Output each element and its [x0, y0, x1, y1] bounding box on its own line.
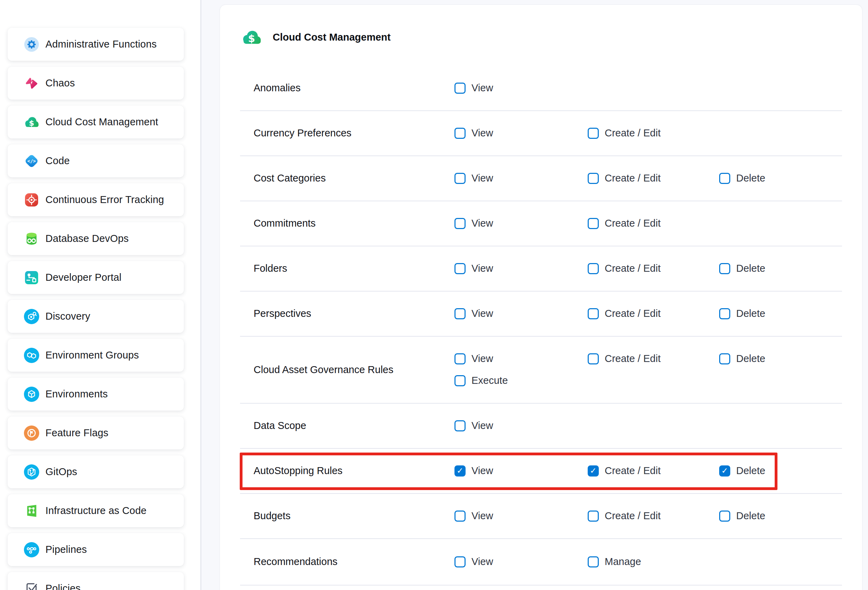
checkbox-box: [588, 128, 599, 139]
permission-name: Anomalies: [240, 82, 455, 94]
sidebar-item-policies[interactable]: Policies: [7, 572, 184, 590]
checkbox-view[interactable]: View: [455, 308, 493, 319]
permission-name: Folders: [240, 263, 455, 274]
checkbox-view[interactable]: View: [455, 465, 493, 476]
checkbox-create-edit[interactable]: Create / Edit: [588, 217, 661, 229]
checkbox-box: [455, 83, 466, 94]
sidebar-item-gitops[interactable]: GitOps: [7, 455, 184, 488]
gear-icon: [24, 37, 39, 52]
checkbox-box: [719, 510, 730, 522]
checkbox-box: [455, 420, 466, 432]
checkbox-box: [588, 263, 599, 274]
sidebar-item-infrastructure-as-code[interactable]: Infrastructure as Code: [7, 494, 184, 527]
sidebar-item-label: Environment Groups: [46, 349, 139, 361]
checkbox-view[interactable]: View: [455, 556, 493, 568]
checkbox-box: [455, 218, 466, 229]
permissions-table: Anomalies View Currency Preferences View…: [240, 66, 842, 586]
database-infinity-icon: [24, 231, 39, 246]
sidebar-item-label: Cloud Cost Management: [46, 116, 158, 128]
checkbox-box: [588, 510, 599, 522]
sidebar-item-label: Continuous Error Tracking: [46, 194, 164, 206]
checkbox-execute[interactable]: Execute: [455, 375, 508, 386]
sidebar-item-label: Infrastructure as Code: [46, 505, 146, 516]
sidebar-item-administrative-functions[interactable]: Administrative Functions: [7, 28, 184, 61]
svg-text:</>: </>: [27, 158, 36, 164]
permission-name: Cloud Asset Governance Rules: [240, 364, 455, 376]
checkbox-create-edit[interactable]: Create / Edit: [588, 465, 661, 476]
sidebar-item-continuous-error-tracking[interactable]: Continuous Error Tracking: [7, 183, 184, 216]
checkbox-view[interactable]: View: [455, 82, 493, 94]
permission-row-recommendations: Recommendations View Manage: [240, 539, 842, 586]
checkbox-box: [455, 263, 466, 274]
checkbox-create-edit[interactable]: Create / Edit: [588, 173, 661, 184]
sidebar-item-label: Developer Portal: [46, 272, 121, 283]
checkbox-delete[interactable]: Delete: [719, 465, 765, 476]
checkbox-delete[interactable]: Delete: [719, 510, 765, 522]
circuit-icon: [24, 270, 39, 285]
sidebar-item-label: Chaos: [46, 77, 75, 89]
checkbox-create-edit[interactable]: Create / Edit: [588, 263, 661, 274]
git-branch-hexagon-icon: [24, 464, 39, 480]
checkbox-box: [588, 353, 599, 364]
checkbox-box: [719, 466, 730, 476]
checkbox-delete[interactable]: Delete: [719, 263, 765, 274]
sidebar-item-code[interactable]: </> Code: [7, 144, 184, 177]
permission-name: Perspectives: [240, 308, 455, 319]
permission-row-autostopping-rules: AutoStopping Rules View Create / Edit De…: [240, 449, 842, 494]
sidebar-item-label: GitOps: [46, 466, 77, 478]
chaos-pinwheel-icon: [24, 75, 39, 91]
svg-text:$: $: [248, 33, 255, 44]
checkbox-view[interactable]: View: [455, 420, 493, 432]
checkbox-create-edit[interactable]: Create / Edit: [588, 308, 661, 319]
checkbox-delete[interactable]: Delete: [719, 308, 765, 319]
sidebar-item-environments[interactable]: Environments: [7, 378, 184, 411]
permission-name: Budgets: [240, 510, 455, 522]
sidebar-item-label: Discovery: [46, 311, 90, 322]
permission-name: Recommendations: [240, 556, 455, 568]
checkbox-view[interactable]: View: [455, 353, 493, 364]
checkbox-box: [719, 353, 730, 364]
checkbox-box: [588, 466, 599, 476]
checkbox-create-edit[interactable]: Create / Edit: [588, 127, 661, 139]
sidebar-item-environment-groups[interactable]: Environment Groups: [7, 339, 184, 372]
permission-row-folders: Folders View Create / Edit Delete: [240, 246, 842, 291]
sidebar-item-pipelines[interactable]: Pipelines: [7, 533, 184, 566]
checkbox-manage[interactable]: Manage: [588, 556, 641, 568]
checkbox-box: [455, 466, 466, 476]
permission-name: Commitments: [240, 217, 455, 229]
sidebar-item-discovery[interactable]: Discovery: [7, 300, 184, 333]
flowchart-icon: [24, 503, 39, 519]
permission-row-perspectives: Perspectives View Create / Edit Delete: [240, 291, 842, 337]
checkbox-box: [455, 556, 466, 568]
sidebar-item-database-devops[interactable]: Database DevOps: [7, 222, 184, 255]
flag-circle-icon: [24, 426, 39, 441]
checkbox-box: [719, 173, 730, 184]
checkbox-view[interactable]: View: [455, 217, 493, 229]
resource-sidebar: Administrative Functions Chaos $ Cloud C…: [0, 0, 201, 590]
sidebar-item-cloud-cost-management[interactable]: $ Cloud Cost Management: [7, 105, 184, 139]
checkbox-create-edit[interactable]: Create / Edit: [588, 510, 661, 522]
checkbox-box: [455, 173, 466, 184]
checkbox-view[interactable]: View: [455, 173, 493, 184]
checkbox-delete[interactable]: Delete: [719, 353, 765, 364]
permission-name: Currency Preferences: [240, 127, 455, 139]
checkbox-view[interactable]: View: [455, 510, 493, 522]
sidebar-item-developer-portal[interactable]: Developer Portal: [7, 261, 184, 294]
hexagon-search-icon: [24, 309, 39, 324]
checkbox-view[interactable]: View: [455, 127, 493, 139]
checkbox-box: [588, 308, 599, 319]
sidebar-item-chaos[interactable]: Chaos: [7, 67, 184, 100]
sidebar-item-label: Pipelines: [46, 544, 87, 555]
checkbox-box: [455, 128, 466, 139]
section-title: Cloud Cost Management: [273, 32, 391, 43]
checkbox-box: [455, 375, 466, 386]
checkbox-box: [455, 510, 466, 522]
checkbox-delete[interactable]: Delete: [719, 173, 765, 184]
checkbox-view[interactable]: View: [455, 263, 493, 274]
permission-row-cloud-asset-governance-rules: Cloud Asset Governance Rules View Create…: [240, 337, 842, 404]
checkbox-create-edit[interactable]: Create / Edit: [588, 353, 661, 364]
code-brackets-icon: </>: [24, 154, 39, 169]
checkbox-check-icon: [24, 581, 39, 590]
sidebar-item-feature-flags[interactable]: Feature Flags: [7, 417, 184, 450]
sidebar-item-label: Feature Flags: [46, 427, 109, 439]
